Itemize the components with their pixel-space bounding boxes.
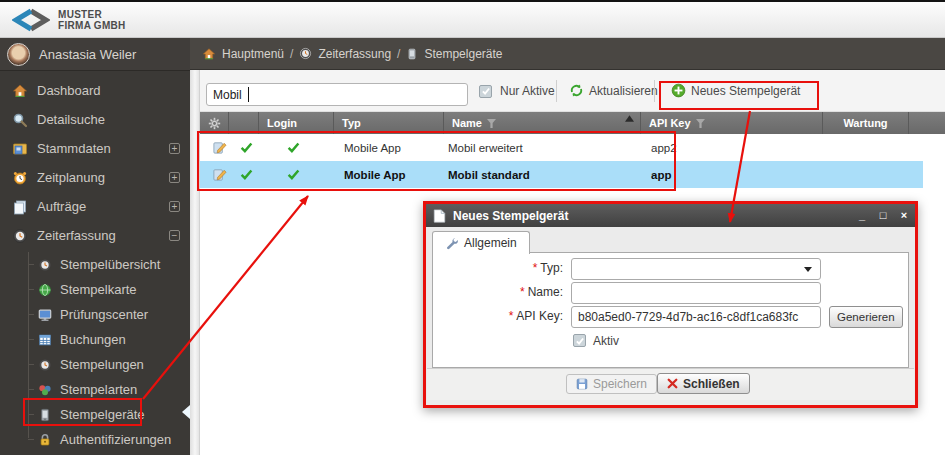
table-header: Login Typ Name API Key Wartung [200,112,945,134]
device-icon [406,48,418,60]
aktiv-checkbox[interactable] [573,334,586,347]
column-wartung[interactable]: Wartung [823,112,909,134]
login-check-cell [287,134,300,161]
check-icon [240,141,253,154]
sidebar-subitem-stempelkarte[interactable]: Stempelkarte [0,277,190,302]
name-label: *Name: [451,285,563,299]
sidebar-item-detailsuche[interactable]: Detailsuche [0,105,190,134]
collapse-icon[interactable]: − [169,230,180,241]
toolbar-divider [556,80,557,102]
plus-circle-icon [671,83,686,98]
sidebar: Anastasia Weiler Dashboard Detailsuche [0,38,190,455]
gear-icon [208,117,221,130]
sort-asc-icon [625,115,634,122]
search-field [206,83,468,106]
check-icon [287,141,300,154]
sidebar-subitem-stempeluebersicht[interactable]: Stempelübersicht [0,252,190,277]
close-icon[interactable]: × [897,204,911,227]
edit-cell[interactable] [212,161,227,188]
document-icon [433,209,446,223]
aktiv-label: Aktiv [593,334,619,348]
active-item-pointer [182,405,190,419]
expand-icon[interactable]: + [169,201,180,212]
filter-icon[interactable] [487,119,496,128]
name-input[interactable] [571,282,821,304]
tab-allgemein[interactable]: Allgemein [432,231,530,254]
login-check-cell [287,161,300,188]
alarm-clock-icon [12,170,28,186]
monitor-icon [38,308,52,322]
edit-icon [212,140,227,155]
device-icon [38,408,52,422]
filter-icon[interactable] [696,119,705,128]
column-typ[interactable]: Typ [334,112,444,134]
expand-icon[interactable]: + [169,143,180,154]
dialog-form: *Typ: *Name: *API Key: Generieren Aktiv [432,252,909,368]
clock-icon [299,47,312,60]
edit-icon [212,167,227,182]
column-blank[interactable] [229,112,259,134]
expand-icon[interactable]: + [169,172,180,183]
chevron-down-icon [804,267,812,272]
new-stempelgeraet-button[interactable]: Neues Stempelgerät [671,83,800,98]
shapes-icon [38,383,52,397]
minimize-icon[interactable]: _ [855,204,869,227]
typ-cell: Mobile App [344,134,401,161]
clock-overview-icon [38,258,52,272]
typ-select[interactable] [571,258,821,280]
refresh-icon [569,83,584,98]
column-api-key[interactable]: API Key [641,112,823,134]
sidebar-subitem-buchungen[interactable]: Buchungen [0,327,190,352]
user-row[interactable]: Anastasia Weiler [0,38,190,71]
toolbar-divider [654,80,655,102]
column-login[interactable]: Login [259,112,334,134]
red-x-icon [667,378,678,389]
sidebar-item-dashboard[interactable]: Dashboard [0,76,190,105]
save-button[interactable]: Speichern [566,374,657,394]
close-button[interactable]: Schließen [657,373,750,394]
sidebar-subitem-pruefungscenter[interactable]: Prüfungscenter [0,302,190,327]
nur-aktive-label: Nur Aktive [500,84,555,98]
api-key-input[interactable] [571,306,821,328]
aktiv-check-cell [240,161,253,188]
splitter-bar[interactable] [190,70,199,455]
grid-toolbar: Nur Aktive Aktualisieren Neues Stempelge… [200,70,945,112]
check-icon [240,168,253,181]
sidebar-item-stammdaten[interactable]: Stammdaten + [0,134,190,163]
top-bar: MUSTER FIRMA GMBH [0,0,945,38]
home-icon [12,83,28,99]
new-stempelgeraet-dialog: Neues Stempelgerät _ □ × Allgemein *Typ:… [423,201,918,408]
edit-cell[interactable] [212,134,227,161]
clock-icon [12,228,28,244]
api-key-label: *API Key: [451,309,563,323]
sidebar-subitem-stempelarten[interactable]: Stempelarten [0,377,190,402]
dialog-titlebar[interactable]: Neues Stempelgerät _ □ × [426,204,915,227]
nur-aktive-checkbox[interactable] [479,85,492,98]
sidebar-subitem-stempelungen[interactable]: Stempelungen [0,352,190,377]
text-caret [248,87,249,102]
name-cell: Mobil standard [448,161,530,188]
sidebar-item-zeitplanung[interactable]: Zeitplanung + [0,163,190,192]
table-icon [38,333,52,347]
breadcrumb-stempelgeraete: Stempelgeräte [424,47,502,61]
check-icon [287,168,300,181]
table-row[interactable]: Mobile App Mobil erweitert app2 [200,134,945,161]
save-disk-icon [576,378,588,390]
generieren-button[interactable]: Generieren [829,306,903,328]
search-input[interactable] [206,83,468,106]
sidebar-item-auftraege[interactable]: Aufträge + [0,192,190,221]
dialog-footer: Speichern Schließen [427,368,914,400]
clock-stamps-icon [38,358,52,372]
table-row-selected[interactable]: Mobile App Mobil standard app [200,161,923,188]
sidebar-subitem-stempelgeraete[interactable]: Stempelgeräte [0,402,190,427]
sidebar-item-zeiterfassung[interactable]: Zeiterfassung − [0,221,190,250]
refresh-button[interactable]: Aktualisieren [569,83,658,98]
home-icon [202,47,216,61]
breadcrumb-hauptmenu[interactable]: Hauptmenü [222,47,284,61]
maximize-icon[interactable]: □ [876,204,890,227]
company-logo: MUSTER FIRMA GMBH [12,8,126,32]
sidebar-subitem-authentifizierungen[interactable]: Authentifizierungen [0,427,190,452]
column-settings[interactable] [200,112,229,134]
breadcrumb-zeiterfassung[interactable]: Zeiterfassung [318,47,391,61]
column-name[interactable]: Name [444,112,641,134]
